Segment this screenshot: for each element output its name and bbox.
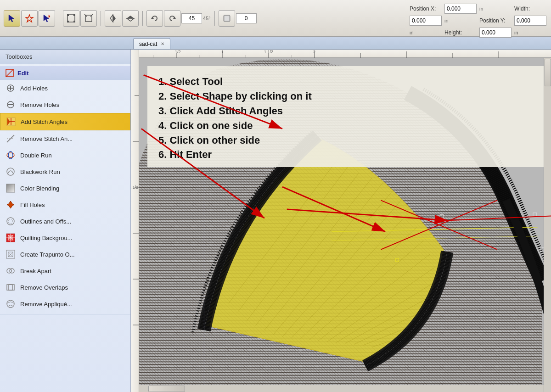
rotate-45-label: 45° (203, 16, 211, 21)
svg-text:1/2: 1/2 (175, 50, 181, 54)
break-apart-icon (6, 266, 16, 276)
pos-y-input[interactable] (514, 16, 546, 26)
rotate-angle-input[interactable]: 45 (181, 13, 202, 23)
remove-stitch-angles-label: Remove Stitch An... (20, 135, 125, 142)
fill-holes-label: Fill Holes (20, 202, 125, 208)
remove-applique-label: Remove Appliqué... (20, 301, 125, 308)
sidebar-item-blackwork-run[interactable]: Blackwork Run (0, 163, 130, 180)
select-tool[interactable] (4, 10, 20, 27)
instruction-2: 2. Select Shape by clicking on it (158, 89, 540, 104)
emboss-tool[interactable] (219, 10, 235, 27)
edit-section-title[interactable]: Edit (0, 66, 130, 80)
sidebar-item-quilting-background[interactable]: Quilting Backgrou... (0, 230, 130, 246)
tool-group-mirror (105, 10, 139, 27)
svg-marker-3 (49, 15, 50, 18)
star-tool[interactable] (21, 10, 38, 27)
quilting-background-label: Quilting Backgrou... (20, 235, 125, 241)
svg-marker-12 (113, 15, 116, 22)
svg-marker-16 (127, 18, 134, 21)
svg-line-23 (6, 69, 13, 77)
svg-text:2: 2 (313, 50, 315, 54)
svg-marker-0 (9, 15, 14, 22)
remove-overlaps-label: Remove Overlaps (20, 284, 125, 291)
height-input[interactable] (479, 28, 512, 38)
svg-point-39 (7, 218, 14, 225)
svg-marker-1 (26, 15, 33, 22)
mirror-h-tool[interactable] (122, 10, 139, 27)
mirror-v-tool[interactable] (105, 10, 121, 27)
vscroll-thumb[interactable] (545, 59, 551, 86)
create-trapunto-label: Create Trapunto O... (20, 251, 125, 258)
horizontal-scrollbar[interactable] (139, 385, 544, 392)
sad-cat-tab[interactable]: sad-cat ✕ (133, 38, 170, 49)
remove-applique-icon (6, 299, 16, 309)
pos-x-input[interactable] (444, 4, 477, 14)
sidebar-item-double-run[interactable]: Double Run (0, 147, 130, 163)
svg-rect-102 (533, 213, 537, 217)
svg-text:1: 1 (221, 50, 224, 54)
add-holes-icon (6, 83, 16, 93)
remove-holes-icon (6, 100, 16, 110)
instruction-3: 3. Click Add Stitch Angles (158, 104, 540, 118)
break-apart-label: Break Apart (20, 268, 125, 274)
svg-text:1 1/2: 1 1/2 (264, 50, 273, 54)
height-unit: in (514, 30, 546, 35)
width-input[interactable] (410, 16, 442, 26)
v-ruler-label-1-5: 1 1/2 (131, 185, 138, 190)
color-blending-icon (6, 183, 16, 193)
sidebar-item-remove-stitch-angles[interactable]: Remove Stitch An... (0, 130, 130, 147)
svg-marker-2 (44, 15, 49, 22)
color-blending-label: Color Blending (20, 185, 125, 192)
sidebar-item-create-trapunto[interactable]: Create Trapunto O... (0, 246, 130, 263)
quilting-background-icon (6, 233, 16, 243)
instruction-4: 4. Click on one side (158, 118, 540, 133)
resize-tool[interactable] (63, 10, 79, 27)
pos-x-label: Position X: (410, 6, 442, 12)
section-edit-label: Edit (17, 70, 29, 77)
tool-group-rotate: 45 45° (146, 10, 211, 27)
rotate-ccw-btn[interactable] (146, 10, 163, 27)
add-stitch-angles-label: Add Stitch Angles (21, 118, 124, 125)
pos-y-unit: in (410, 30, 442, 35)
svg-rect-7 (67, 21, 69, 22)
toolbar: 45 45° 0 Position X: in Width: in Positi… (0, 0, 551, 37)
instruction-5: 5. Click on other side (158, 133, 540, 148)
rotate-cw-btn[interactable] (164, 10, 180, 27)
embroidery-canvas[interactable]: 1. Select Tool 2. Select Shape by clicki… (139, 58, 551, 392)
sidebar-item-break-apart[interactable]: Break Apart (0, 263, 130, 279)
svg-rect-6 (73, 14, 75, 16)
sidebar-item-fill-holes[interactable]: Fill Holes (0, 196, 130, 213)
sidebar-item-color-blending[interactable]: Color Blending (0, 180, 130, 196)
pos-x-unit: in (479, 6, 512, 11)
double-run-label: Double Run (20, 152, 125, 159)
select-modify-tool[interactable] (39, 10, 55, 27)
sidebar-item-add-stitch-angles[interactable]: Add Stitch Angles (0, 113, 130, 130)
svg-point-40 (8, 219, 13, 224)
instruction-1: 1. Select Tool (158, 74, 540, 89)
tab-close-btn[interactable]: ✕ (161, 41, 164, 46)
instruction-6: 6. Hit Enter (158, 147, 540, 162)
sidebar-item-add-holes[interactable]: Add Holes (0, 80, 130, 96)
ruler-v-svg: 1/2 1/2 (131, 50, 139, 392)
sidebar: Toolboxes Edit Add Holes (0, 50, 131, 392)
sidebar-item-remove-applique[interactable]: Remove Appliqué... (0, 296, 130, 312)
sep1 (59, 11, 59, 26)
hscroll-thumb[interactable] (148, 386, 185, 392)
vertical-scrollbar[interactable] (544, 58, 551, 392)
add-holes-label: Add Holes (20, 85, 125, 92)
tool-group-select (4, 10, 55, 27)
ruler-vertical: 1/2 1/2 1 1/2 (131, 50, 139, 392)
blackwork-run-icon (6, 167, 16, 177)
sidebar-item-remove-overlaps[interactable]: Remove Overlaps (0, 279, 130, 296)
sidebar-item-remove-holes[interactable]: Remove Holes (0, 96, 130, 113)
sep2 (101, 11, 101, 26)
pos-y-label: Position Y: (479, 17, 512, 24)
svg-point-37 (7, 168, 14, 175)
ruler-h-svg: 1/2 1 1 1/2 2 (131, 50, 551, 58)
outlines-offsets-label: Outlines and Offs... (20, 218, 125, 225)
sidebar-item-outlines-offsets[interactable]: Outlines and Offs... (0, 213, 130, 230)
rotate-tool[interactable] (80, 10, 97, 27)
tabbar: sad-cat ✕ (0, 37, 551, 50)
remove-stitch-angles-icon (6, 134, 16, 144)
emboss-value-input[interactable]: 0 (236, 13, 257, 23)
